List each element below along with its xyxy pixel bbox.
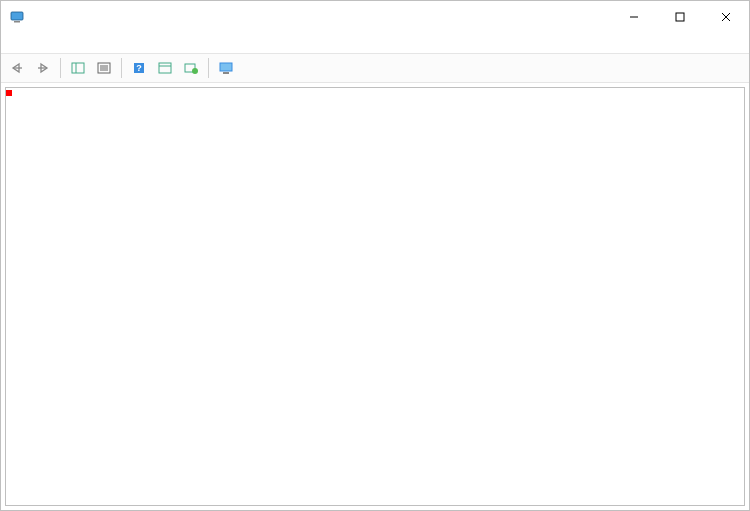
monitor-icon-button[interactable] — [214, 57, 238, 79]
toolbar-separator — [60, 58, 61, 78]
svg-rect-18 — [220, 63, 232, 71]
titlebar-left — [9, 9, 35, 25]
toolbar-separator — [208, 58, 209, 78]
show-hide-tree-button[interactable] — [66, 57, 90, 79]
maximize-button[interactable] — [657, 1, 703, 33]
svg-rect-6 — [72, 63, 84, 73]
highlight-box — [6, 90, 12, 96]
titlebar — [1, 1, 749, 33]
device-manager-window: ? — [0, 0, 750, 511]
window-controls — [611, 1, 749, 33]
toolbar-separator — [121, 58, 122, 78]
svg-point-17 — [192, 68, 198, 74]
properties-button[interactable] — [92, 57, 116, 79]
minimize-button[interactable] — [611, 1, 657, 33]
toolbar: ? — [1, 53, 749, 83]
back-button[interactable] — [5, 57, 29, 79]
svg-rect-14 — [159, 63, 171, 73]
close-button[interactable] — [703, 1, 749, 33]
app-icon — [9, 9, 25, 25]
menubar — [1, 33, 749, 53]
svg-rect-0 — [11, 12, 23, 20]
device-tree[interactable] — [5, 87, 745, 506]
svg-rect-19 — [223, 72, 229, 74]
update-driver-button[interactable] — [179, 57, 203, 79]
forward-button[interactable] — [31, 57, 55, 79]
svg-rect-3 — [676, 13, 684, 21]
svg-rect-1 — [14, 21, 20, 23]
scan-button[interactable] — [153, 57, 177, 79]
svg-text:?: ? — [136, 63, 142, 73]
content-area — [1, 83, 749, 510]
help-button[interactable]: ? — [127, 57, 151, 79]
